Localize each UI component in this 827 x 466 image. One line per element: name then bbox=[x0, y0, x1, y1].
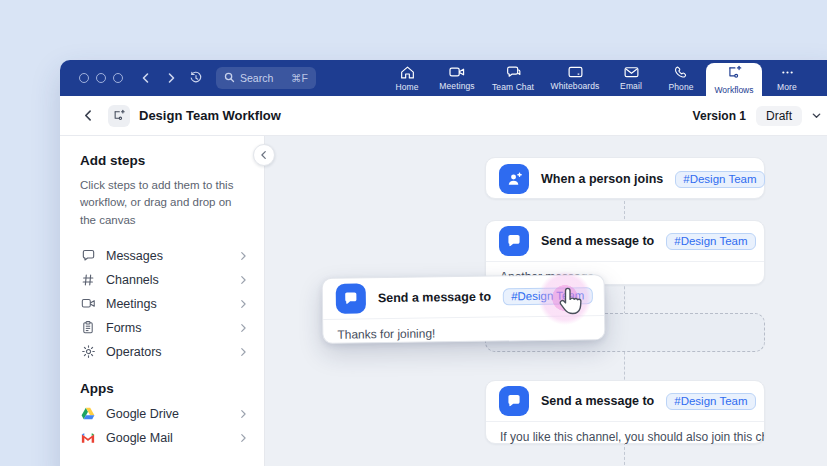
chat-bubble-icon bbox=[505, 65, 522, 80]
main-area: Add steps Click steps to add them to thi… bbox=[60, 136, 827, 466]
card-title: Send a message to bbox=[541, 394, 654, 408]
nav-item-phone[interactable]: Phone bbox=[656, 60, 706, 96]
channel-pill[interactable]: #Design Team bbox=[675, 171, 764, 188]
card-title: Send a message to bbox=[378, 290, 491, 306]
chevron-right-icon bbox=[238, 409, 248, 419]
sidebar-item-messages[interactable]: Messages bbox=[80, 244, 248, 268]
person-join-icon bbox=[499, 164, 529, 194]
workflow-canvas[interactable]: When a person joins #Design Team Send a … bbox=[265, 136, 827, 466]
chevron-right-icon bbox=[238, 275, 248, 285]
chevron-right-icon bbox=[238, 323, 248, 333]
message-card-2[interactable]: Send a message to #Design Team If you li… bbox=[485, 380, 765, 444]
chevron-right-icon bbox=[238, 299, 248, 309]
google-drive-icon bbox=[80, 406, 96, 422]
page-title: Design Team Workflow bbox=[139, 108, 281, 123]
home-icon bbox=[399, 65, 416, 80]
sidebar-item-operators[interactable]: Operators bbox=[80, 340, 248, 364]
apps-heading: Apps bbox=[80, 381, 248, 396]
more-dots-icon bbox=[779, 65, 796, 80]
version-label: Version 1 bbox=[693, 109, 746, 123]
chevron-down-icon[interactable] bbox=[811, 110, 822, 121]
sidebar-collapse-button[interactable] bbox=[253, 144, 275, 166]
workflow-toolbar: Design Team Workflow Version 1 Draft bbox=[60, 96, 827, 136]
video-camera-icon bbox=[80, 296, 96, 312]
sidebar-item-meetings[interactable]: Meetings bbox=[80, 292, 248, 316]
sidebar-item-google-drive[interactable]: Google Drive bbox=[80, 402, 248, 426]
channel-pill[interactable]: #Design Team bbox=[666, 233, 755, 250]
nav-item-team-chat[interactable]: Team Chat bbox=[482, 60, 544, 96]
channel-pill[interactable]: #Design Team bbox=[503, 287, 593, 305]
zoom-app-window: Search ⌘F Home Meetings Team Chat Whiteb… bbox=[60, 60, 827, 466]
chevron-right-icon bbox=[238, 433, 248, 443]
search-placeholder: Search bbox=[240, 72, 286, 84]
back-button[interactable] bbox=[78, 106, 98, 126]
sidebar-description: Click steps to add them to this workflow… bbox=[80, 177, 248, 229]
search-shortcut: ⌘F bbox=[291, 72, 308, 84]
phone-icon bbox=[673, 65, 689, 80]
sidebar-item-google-mail[interactable]: Google Mail bbox=[80, 426, 248, 450]
main-nav: Home Meetings Team Chat Whiteboards Emai… bbox=[382, 60, 812, 96]
titlebar: Search ⌘F Home Meetings Team Chat Whiteb… bbox=[60, 60, 827, 96]
chevron-right-icon bbox=[238, 347, 248, 357]
workflow-icon bbox=[726, 65, 743, 84]
search-input[interactable]: Search ⌘F bbox=[216, 67, 316, 89]
nav-back-icon[interactable] bbox=[135, 67, 157, 89]
message-body: If you like this channel, you should als… bbox=[486, 421, 764, 452]
workflow-badge-icon bbox=[108, 105, 130, 127]
send-message-icon bbox=[499, 386, 529, 416]
video-camera-icon bbox=[448, 65, 466, 79]
send-message-icon bbox=[336, 283, 366, 313]
chevron-right-icon bbox=[238, 251, 248, 261]
trigger-title: When a person joins bbox=[541, 172, 663, 186]
card-title: Send a message to bbox=[541, 234, 654, 248]
envelope-icon bbox=[623, 65, 640, 79]
window-controls bbox=[79, 73, 123, 83]
sidebar-item-channels[interactable]: Channels bbox=[80, 268, 248, 292]
nav-item-home[interactable]: Home bbox=[382, 60, 432, 96]
window-close-button[interactable] bbox=[79, 73, 89, 83]
message-bubble-icon bbox=[80, 248, 96, 264]
search-icon bbox=[224, 69, 235, 87]
nav-item-whiteboards[interactable]: Whiteboards bbox=[544, 60, 606, 96]
nav-item-email[interactable]: Email bbox=[606, 60, 656, 96]
gear-icon bbox=[80, 344, 96, 360]
nav-forward-icon[interactable] bbox=[160, 67, 182, 89]
nav-item-workflows-active[interactable]: Workflows bbox=[706, 63, 762, 96]
history-icon[interactable] bbox=[185, 67, 207, 89]
sidebar-item-forms[interactable]: Forms bbox=[80, 316, 248, 340]
nav-item-meetings[interactable]: Meetings bbox=[432, 60, 482, 96]
dragged-message-card[interactable]: Send a message to #Design Team Thanks fo… bbox=[322, 274, 606, 344]
clipboard-icon bbox=[80, 320, 96, 336]
send-message-icon bbox=[499, 226, 529, 256]
window-minimize-button[interactable] bbox=[96, 73, 106, 83]
channel-pill[interactable]: #Design Team bbox=[666, 393, 755, 410]
message-body: Thanks for joining! bbox=[323, 315, 604, 350]
window-zoom-button[interactable] bbox=[113, 73, 123, 83]
status-badge[interactable]: Draft bbox=[756, 106, 802, 126]
sidebar-heading: Add steps bbox=[80, 153, 248, 168]
nav-item-more[interactable]: More bbox=[762, 60, 812, 96]
trigger-card[interactable]: When a person joins #Design Team bbox=[485, 157, 765, 199]
add-steps-sidebar: Add steps Click steps to add them to thi… bbox=[60, 136, 265, 466]
hashtag-icon bbox=[80, 272, 96, 288]
whiteboard-icon bbox=[567, 65, 584, 79]
gmail-icon bbox=[80, 430, 96, 446]
